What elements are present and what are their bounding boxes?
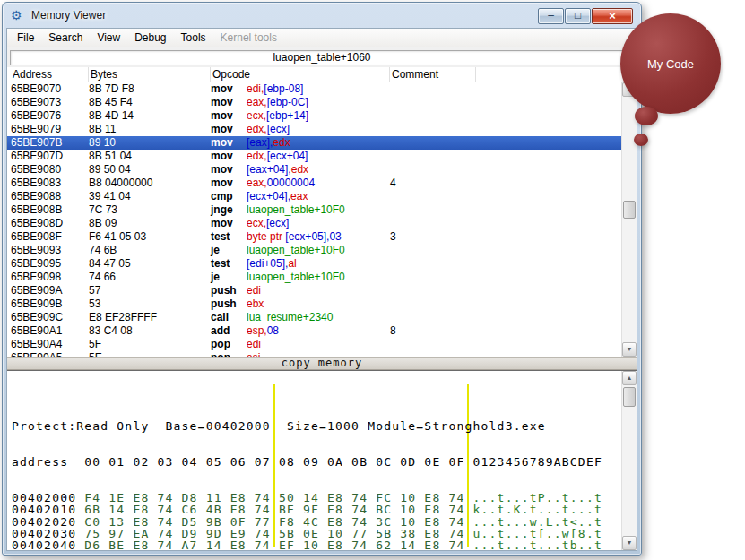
row-comment bbox=[390, 136, 476, 150]
row-opcode: mov[eax+04],edx bbox=[211, 163, 390, 177]
disasm-scrollbar[interactable]: ▲ ▼ bbox=[621, 82, 637, 357]
disasm-row[interactable]: 65BE90A45Fpopedi bbox=[7, 338, 621, 351]
row-address: 65BE9093 bbox=[11, 244, 89, 257]
row-opcode: pushedi bbox=[211, 284, 390, 297]
disasm-row[interactable]: 65BE908D8B 09movecx,[ecx] bbox=[7, 217, 621, 230]
column-header-bytes[interactable]: Bytes bbox=[89, 67, 211, 82]
disasm-row[interactable]: 65BE90A183 C4 08addesp,088 bbox=[7, 324, 621, 338]
row-bytes: 8B 09 bbox=[89, 217, 211, 230]
scroll-down-icon[interactable]: ▼ bbox=[622, 342, 637, 357]
scroll-up-icon[interactable]: ▲ bbox=[622, 371, 637, 385]
row-comment: 8 bbox=[390, 324, 476, 338]
menu-item-kernel-tools: Kernel tools bbox=[213, 30, 284, 47]
annotation-bubble-small bbox=[634, 134, 648, 146]
disasm-row[interactable]: 65BE90768B 4D 14movecx,[ebp+14] bbox=[7, 109, 621, 123]
menu-item-tools[interactable]: Tools bbox=[174, 30, 213, 47]
disasm-row[interactable]: 65BE909A57pushedi bbox=[7, 284, 621, 297]
disasm-row[interactable]: 65BE90738B 45 F4moveax,[ebp-0C] bbox=[7, 96, 621, 109]
row-address: 65BE9079 bbox=[11, 123, 89, 136]
row-comment bbox=[390, 123, 476, 136]
column-header-opcode[interactable]: Opcode bbox=[211, 67, 390, 82]
disasm-rows: 65BE90708B 7D F8movedi,[ebp-08]65BE90738… bbox=[7, 82, 621, 357]
menu-item-view[interactable]: View bbox=[90, 30, 127, 47]
scroll-down-icon[interactable]: ▼ bbox=[622, 536, 637, 550]
column-header-address[interactable]: Address bbox=[11, 67, 89, 82]
disasm-row[interactable]: 65BE908089 50 04mov[eax+04],edx bbox=[7, 163, 621, 177]
annotation-bubble-mid bbox=[635, 107, 658, 125]
disasm-row[interactable]: 65BE908839 41 04cmp[ecx+04],eax bbox=[7, 190, 621, 203]
disasm-row[interactable]: 65BE909CE8 EF28FFFFcalllua_resume+2340 bbox=[7, 311, 621, 324]
hex-row[interactable]: 00402000 F4 1E E8 74 D8 11 E8 74 50 14 E… bbox=[12, 492, 637, 504]
menu-item-debug[interactable]: Debug bbox=[127, 30, 173, 47]
hex-header-line: address 00 01 02 03 04 05 06 07 08 09 0A… bbox=[12, 456, 637, 468]
disasm-panel[interactable]: 65BE90708B 7D F8movedi,[ebp-08]65BE90738… bbox=[7, 82, 637, 357]
row-bytes: 89 50 04 bbox=[89, 163, 211, 177]
window-title: Memory Viewer bbox=[31, 9, 106, 22]
menu-item-search[interactable]: Search bbox=[41, 30, 90, 47]
row-bytes: 39 41 04 bbox=[89, 190, 211, 203]
row-comment: 4 bbox=[390, 177, 476, 190]
disasm-row[interactable]: 65BE907D8B 51 04movedx,[ecx+04] bbox=[7, 150, 621, 163]
row-bytes: 8B 45 F4 bbox=[89, 96, 211, 109]
row-bytes: 89 10 bbox=[89, 136, 211, 150]
row-address: 65BE907D bbox=[11, 150, 89, 163]
hex-scrollbar[interactable]: ▲ ▼ bbox=[621, 371, 637, 550]
menu-item-file[interactable]: File bbox=[10, 30, 41, 47]
row-bytes: 8B 11 bbox=[89, 123, 211, 136]
row-address: 65BE90A1 bbox=[11, 324, 89, 338]
disasm-row[interactable]: 65BE90708B 7D F8movedi,[ebp-08] bbox=[7, 82, 621, 96]
row-bytes: 84 47 05 bbox=[89, 257, 211, 271]
row-address: 65BE909B bbox=[11, 297, 89, 311]
disasm-row[interactable]: 65BE9083B8 04000000moveax,000000044 bbox=[7, 177, 621, 190]
hex-row[interactable]: 00402020 C0 13 E8 74 D5 9B 0F 77 F8 4C E… bbox=[12, 516, 637, 528]
column-header-filler bbox=[476, 67, 637, 82]
row-opcode: jeluaopen_table+10F0 bbox=[211, 271, 390, 284]
copy-memory-splitter[interactable]: copy memory bbox=[7, 357, 637, 370]
row-address: 65BE9088 bbox=[11, 190, 89, 203]
row-comment bbox=[390, 257, 476, 271]
row-comment bbox=[390, 338, 476, 351]
disasm-scrollbar-thumb[interactable] bbox=[623, 201, 636, 219]
disasm-row[interactable]: 65BE907B89 10mov[eax],edx bbox=[7, 136, 621, 150]
annotation-label: My Code bbox=[647, 57, 694, 71]
row-address: 65BE908F bbox=[11, 230, 89, 244]
address-input[interactable]: luaopen_table+1060 bbox=[10, 50, 634, 65]
row-opcode: jngeluaopen_table+10F0 bbox=[211, 203, 390, 217]
maximize-button[interactable]: □ bbox=[565, 8, 591, 24]
row-comment bbox=[390, 82, 476, 96]
row-bytes: B8 04000000 bbox=[89, 177, 211, 190]
disasm-row[interactable]: 65BE90798B 11movedx,[ecx] bbox=[7, 123, 621, 136]
disasm-row[interactable]: 65BE909874 66jeluaopen_table+10F0 bbox=[7, 271, 621, 284]
row-comment bbox=[390, 150, 476, 163]
memory-viewer-window: ⚙ Memory Viewer – □ × FileSearchViewDebu… bbox=[2, 2, 642, 556]
disasm-row[interactable]: 65BE909374 6Bjeluaopen_table+10F0 bbox=[7, 244, 621, 257]
row-opcode: movedx,[ecx+04] bbox=[211, 150, 390, 163]
minimize-button[interactable]: – bbox=[538, 8, 564, 24]
row-opcode: moveax,00000004 bbox=[211, 177, 390, 190]
client-area: FileSearchViewDebugToolsKernel tools lua… bbox=[6, 28, 637, 551]
hex-panel[interactable]: Protect:Read Only Base=00402000 Size=100… bbox=[7, 370, 637, 550]
hex-row[interactable]: 00402010 6B 14 E8 74 C6 4B E8 74 BE 9F E… bbox=[12, 504, 637, 515]
disasm-row[interactable]: 65BE909584 47 05test[edi+05],al bbox=[7, 257, 621, 271]
disasm-row[interactable]: 65BE908B7C 73jngeluaopen_table+10F0 bbox=[7, 203, 621, 217]
row-address: 65BE9083 bbox=[11, 177, 89, 190]
row-address: 65BE9098 bbox=[11, 271, 89, 284]
row-bytes: 74 6B bbox=[89, 244, 211, 257]
row-comment bbox=[390, 163, 476, 177]
column-header-comment[interactable]: Comment bbox=[390, 67, 476, 82]
hex-rows: 00402000 F4 1E E8 74 D8 11 E8 74 50 14 E… bbox=[12, 492, 637, 550]
my-code-annotation: My Code bbox=[620, 13, 721, 114]
close-button[interactable]: × bbox=[592, 8, 633, 24]
title-bar[interactable]: ⚙ Memory Viewer – □ × bbox=[3, 3, 641, 27]
disasm-row[interactable]: 65BE909B53pushebx bbox=[7, 297, 621, 311]
disasm-row[interactable]: 65BE90A55Epopesi bbox=[7, 351, 621, 357]
row-address: 65BE9080 bbox=[11, 163, 89, 177]
row-opcode: cmp[ecx+04],eax bbox=[211, 190, 390, 203]
hex-row[interactable]: 00402040 D6 BE E8 74 A7 14 E8 74 EF 10 E… bbox=[12, 539, 637, 550]
disasm-row[interactable]: 65BE908FF6 41 05 03testbyte ptr [ecx+05]… bbox=[7, 230, 621, 244]
hex-row[interactable]: 00402030 75 97 EA 74 D9 9D E9 74 5B 0E 1… bbox=[12, 528, 637, 539]
row-bytes: F6 41 05 03 bbox=[89, 230, 211, 244]
hex-scrollbar-thumb[interactable] bbox=[623, 387, 636, 407]
row-opcode: popedi bbox=[211, 338, 390, 351]
row-address: 65BE90A5 bbox=[11, 351, 89, 357]
